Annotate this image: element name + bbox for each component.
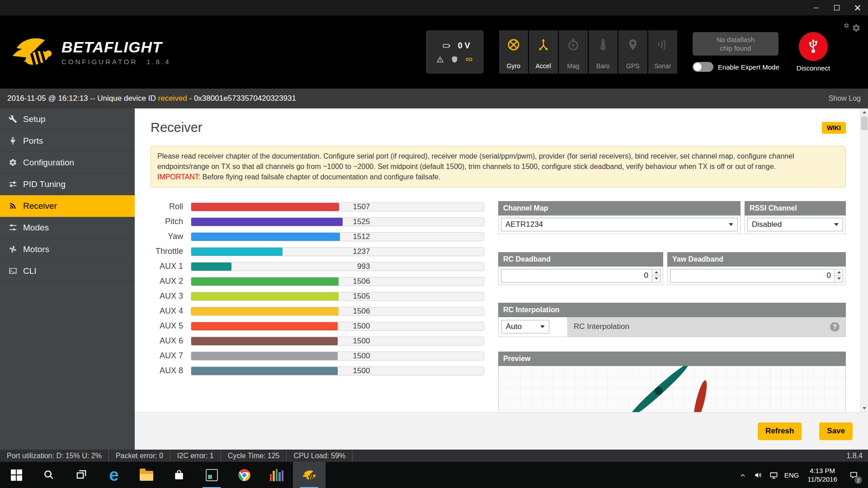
start-button[interactable]	[0, 462, 33, 488]
sidebar-item-label: PID Tuning	[23, 179, 66, 189]
channel-value: 993	[349, 262, 370, 271]
notification-badge: 2	[854, 476, 862, 484]
channel-map-select[interactable]: AETR1234	[501, 218, 738, 231]
sidebar-item-cli[interactable]: CLI	[0, 260, 135, 282]
taskbar-chrome-button[interactable]	[228, 462, 260, 488]
scroll-up-icon[interactable]	[861, 108, 868, 116]
window-minimize-button[interactable]	[806, 0, 826, 15]
settings-gear-icon[interactable]	[843, 23, 861, 34]
sidebar-item-configuration[interactable]: Configuration	[0, 152, 135, 174]
rc-interpolation-label: RC Interpolation	[574, 322, 629, 331]
sidebar-item-label: Receiver	[23, 201, 57, 211]
channel-meter: 1500	[191, 337, 484, 346]
chrome-icon	[237, 468, 251, 482]
taskbar-file-explorer-button[interactable]	[130, 462, 163, 488]
sidebar-item-label: Configuration	[23, 158, 74, 168]
spinner-down-icon[interactable]	[835, 276, 843, 282]
notification-center-button[interactable]: 2	[843, 462, 864, 488]
taskbar-app-window-button[interactable]	[195, 462, 228, 488]
channel-row-aux-8: AUX 8 1500	[151, 366, 484, 375]
sidebar-item-ports[interactable]: Ports	[0, 130, 135, 152]
status-version: 1.8.4	[846, 452, 868, 460]
preview-header: Preview	[498, 352, 846, 366]
taskbar-store-button[interactable]	[163, 462, 195, 488]
refresh-button[interactable]: Refresh	[758, 422, 802, 440]
betaflight-bee-icon	[12, 35, 55, 69]
rssi-channel-header: RSSI Channel	[745, 201, 846, 216]
taskbar-search-button[interactable]	[33, 462, 65, 488]
channel-row-throttle: Throttle 1237	[151, 247, 484, 256]
spinner-up-icon[interactable]	[835, 269, 843, 276]
taskbar-betaflight-button[interactable]	[293, 462, 326, 488]
channel-bar-fill	[191, 292, 339, 300]
rc-interpolation-select[interactable]: Auto	[501, 320, 549, 333]
sidebar-item-pid-tuning[interactable]: PID Tuning	[0, 174, 135, 195]
taskbar-edge-button[interactable]: e	[98, 462, 130, 488]
battery-status: 0 V	[426, 30, 484, 74]
sensor-gyro: Gyro	[499, 30, 528, 74]
clock[interactable]: 4:13 PM 11/5/2016	[802, 466, 843, 484]
channel-label: Yaw	[151, 232, 183, 241]
chevron-up-icon	[739, 471, 746, 479]
channel-bar-fill	[191, 322, 338, 330]
channel-meter: 1512	[191, 232, 484, 241]
sidebar-item-motors[interactable]: Motors	[0, 239, 135, 260]
sidebar: Setup Ports Configuration PID Tuning	[0, 108, 135, 450]
scrollbar[interactable]	[860, 108, 868, 412]
channel-bar-fill	[191, 277, 339, 286]
channel-meter: 993	[191, 262, 484, 271]
tray-network-button[interactable]	[766, 462, 781, 488]
window-close-button[interactable]	[847, 0, 868, 15]
yaw-deadband-input[interactable]: 0	[670, 269, 843, 282]
taskbar: e	[0, 462, 868, 488]
dropdown-arrow-icon	[834, 223, 839, 226]
disconnect-button[interactable]	[799, 32, 828, 61]
channel-meter: 1500	[191, 352, 484, 361]
store-icon	[173, 469, 185, 481]
tray-volume-button[interactable]	[750, 462, 766, 488]
sidebar-item-setup[interactable]: Setup	[0, 108, 135, 130]
channel-value: 1500	[349, 337, 370, 346]
channel-bar-fill	[191, 352, 338, 360]
channel-value: 1525	[349, 217, 370, 226]
channel-label: Pitch	[151, 217, 183, 226]
help-icon[interactable]: ?	[830, 322, 840, 332]
sidebar-item-label: CLI	[23, 266, 37, 276]
wiki-button[interactable]: WIKI	[822, 122, 846, 134]
spinner-down-icon[interactable]	[652, 276, 660, 282]
link-icon	[465, 56, 473, 63]
sidebar-item-modes[interactable]: Modes	[0, 217, 135, 239]
channel-meter: 1500	[191, 322, 484, 331]
main-content: Receiver WIKI Please read receiver chapt…	[135, 108, 868, 450]
scroll-down-icon[interactable]	[861, 404, 868, 412]
betaflight-bee-icon	[302, 469, 317, 481]
rssi-channel-select[interactable]: Disabled	[747, 218, 843, 231]
app-header: BETAFLIGHT CONFIGURATOR 1.8.4 0 V	[0, 15, 868, 89]
save-button[interactable]: Save	[819, 422, 853, 440]
taskbar-colored-app-button[interactable]	[260, 462, 293, 488]
speaker-icon	[754, 471, 763, 479]
language-indicator[interactable]: ENG	[781, 471, 802, 479]
tray-chevron-button[interactable]	[735, 462, 750, 488]
window-maximize-button[interactable]	[826, 0, 847, 15]
expert-mode-toggle[interactable]	[693, 62, 713, 72]
sensor-accel: Accel	[529, 30, 558, 74]
sensor-label: GPS	[626, 62, 640, 70]
channel-label: AUX 6	[151, 336, 183, 346]
modes-icon	[9, 223, 17, 232]
spinner-up-icon[interactable]	[652, 269, 660, 276]
sidebar-item-receiver[interactable]: Receiver	[0, 195, 135, 217]
model-preview	[498, 366, 846, 412]
rc-deadband-input[interactable]: 0	[501, 269, 660, 282]
battery-icon	[439, 42, 454, 50]
channel-bar-fill	[191, 233, 340, 241]
status-segment: Cycle Time: 125	[221, 450, 287, 462]
show-log-button[interactable]: Show Log	[829, 94, 861, 103]
channel-bars: Roll 1507 Pitch	[151, 201, 484, 412]
sensor-mag: Mag	[559, 30, 588, 74]
scrollbar-thumb[interactable]	[861, 117, 868, 130]
shield-icon	[451, 56, 458, 63]
channel-row-aux-4: AUX 4 1506	[151, 307, 484, 316]
channel-value: 1237	[349, 247, 370, 256]
task-view-button[interactable]	[65, 462, 98, 488]
